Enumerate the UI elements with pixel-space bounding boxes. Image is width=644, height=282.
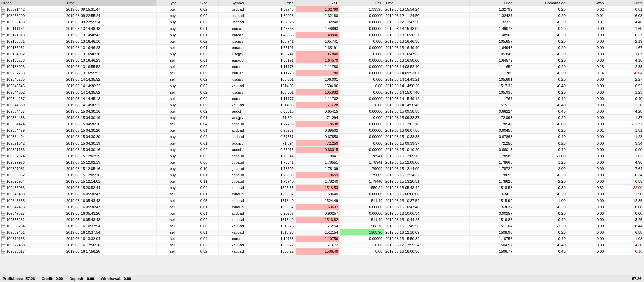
- cell-order: 109133961: [0, 45, 65, 51]
- col-price[interactable]: Price: [257, 0, 295, 6]
- doc-icon[interactable]: [1, 122, 5, 126]
- cell-profit: 6.55: [605, 178, 644, 185]
- doc-icon[interactable]: [1, 90, 5, 95]
- cell-type: sell: [157, 198, 189, 204]
- doc-icon[interactable]: [1, 205, 5, 209]
- doc-icon[interactable]: [1, 211, 5, 216]
- doc-icon[interactable]: [1, 192, 5, 196]
- cell-close-time: 2019.08.15 09:38:37: [384, 115, 470, 121]
- doc-icon[interactable]: [1, 128, 5, 133]
- col-type[interactable]: Type: [157, 0, 189, 6]
- cell-open-time: 2019.08.15 12:05:16: [65, 172, 157, 178]
- doc-icon[interactable]: [1, 224, 5, 228]
- cell-profit: 4.96: [605, 159, 644, 166]
- col-symbol[interactable]: Symbol: [219, 0, 257, 6]
- doc-icon[interactable]: [1, 179, 5, 184]
- cell-commission: -0.20: [514, 38, 567, 45]
- cell-symbol: eurcad: [219, 25, 257, 32]
- doc-icon[interactable]: [1, 160, 5, 165]
- cell-profit: 6.88: [605, 229, 644, 236]
- doc-icon[interactable]: [1, 154, 5, 158]
- doc-icon[interactable]: [1, 147, 5, 152]
- doc-icon[interactable]: [1, 83, 5, 88]
- cell-type: sell: [157, 236, 189, 242]
- cell-close-price: 1.78542: [470, 121, 514, 127]
- cell-close-time: 2019.08.15 12:05:15: [384, 153, 470, 159]
- doc-icon[interactable]: [1, 217, 5, 222]
- doc-icon[interactable]: [1, 173, 5, 177]
- cell-swap: 0.00: [567, 159, 605, 166]
- doc-icon[interactable]: [1, 166, 5, 171]
- doc-icon[interactable]: [1, 20, 5, 24]
- col-commission[interactable]: Commission: [514, 0, 567, 6]
- doc-icon[interactable]: [1, 13, 5, 18]
- table-row: 1091339612019.08.13 16:46:23sell0.01eura…: [0, 45, 644, 51]
- doc-icon[interactable]: [1, 64, 5, 69]
- cell-close-time: 2019.08.16 10:37:52: [384, 198, 470, 204]
- doc-icon[interactable]: [1, 198, 5, 203]
- cell-size: 0.01: [189, 57, 219, 64]
- col-profit[interactable]: Profit: [605, 0, 644, 6]
- cell-open-time: 2019.08.14 14:36:22: [65, 102, 157, 108]
- col-swap[interactable]: Swap: [567, 0, 605, 6]
- doc-icon[interactable]: [1, 26, 5, 31]
- trades-table-container: Order Time ↓ Type Size Symbol Price S / …: [0, 0, 644, 255]
- doc-icon[interactable]: [1, 134, 5, 139]
- cell-commission: -0.40: [514, 217, 567, 223]
- doc-icon[interactable]: [1, 243, 5, 247]
- doc-icon[interactable]: [1, 236, 5, 241]
- cell-open-price: 106.001: [257, 76, 295, 83]
- doc-icon[interactable]: [1, 109, 5, 114]
- cell-commission: -0.20: [514, 57, 567, 64]
- doc-icon[interactable]: [1, 71, 5, 75]
- cell-sl: 1.78109: [295, 166, 339, 172]
- cell-type: buy: [157, 159, 189, 166]
- cell-close-price: 0.66015: [470, 147, 514, 153]
- cell-open-time: 2019.08.13 16:46:23: [65, 45, 157, 51]
- cell-close-time: 2019.08.16 10:44:26: [384, 217, 470, 223]
- cell-size: 0.04: [189, 121, 219, 127]
- doc-icon[interactable]: [1, 103, 5, 107]
- cell-open-price: 1526.53: [257, 185, 295, 191]
- doc-icon[interactable]: [1, 249, 5, 254]
- col-close-price[interactable]: Price: [470, 0, 514, 6]
- cell-close-time: 2019.08.16 10:06:34: [384, 210, 470, 217]
- col-tp[interactable]: T / P: [340, 0, 384, 6]
- cell-open-time: 2019.08.16 05:43:20: [65, 210, 157, 217]
- cell-order: 109623017: [0, 248, 65, 255]
- doc-icon[interactable]: [1, 7, 5, 12]
- cell-symbol: audjpy: [219, 140, 257, 147]
- doc-icon[interactable]: [1, 77, 5, 82]
- doc-icon[interactable]: [1, 45, 5, 50]
- col-close-time[interactable]: Time: [384, 0, 470, 6]
- cell-symbol: audchf: [219, 147, 257, 153]
- cell-symbol: gbpaud: [219, 153, 257, 159]
- col-order[interactable]: Order: [0, 0, 65, 6]
- cell-sl: 1.78551: [295, 159, 339, 166]
- cell-open-price: 105.741: [257, 51, 295, 57]
- cell-size: 0.02: [189, 13, 219, 19]
- cell-profit: 1.63: [605, 153, 644, 159]
- cell-close-price: 1.63637: [470, 204, 514, 210]
- cell-commission: -0.40: [514, 242, 567, 248]
- doc-icon[interactable]: [1, 115, 5, 120]
- cell-type: buy: [157, 102, 189, 108]
- cell-close-price: 1506.77: [470, 248, 514, 255]
- doc-icon[interactable]: [1, 96, 5, 101]
- doc-icon[interactable]: [1, 52, 5, 56]
- doc-icon[interactable]: [1, 230, 5, 235]
- cell-size: 0.05: [189, 153, 219, 159]
- cell-commission: -0.20: [514, 191, 567, 198]
- doc-icon[interactable]: [1, 33, 5, 37]
- cell-symbol: eurcad: [219, 32, 257, 38]
- doc-icon[interactable]: [1, 185, 5, 190]
- col-open-time[interactable]: Time ↓: [65, 0, 157, 6]
- doc-icon[interactable]: [1, 58, 5, 63]
- cell-size: 0.01: [189, 204, 219, 210]
- col-size[interactable]: Size: [189, 0, 219, 6]
- col-sl[interactable]: S / L: [295, 0, 339, 6]
- cell-profit: 4.16: [605, 57, 644, 64]
- doc-icon[interactable]: [1, 141, 5, 146]
- doc-icon[interactable]: [1, 39, 5, 44]
- cell-tp: 0.000: [340, 115, 384, 121]
